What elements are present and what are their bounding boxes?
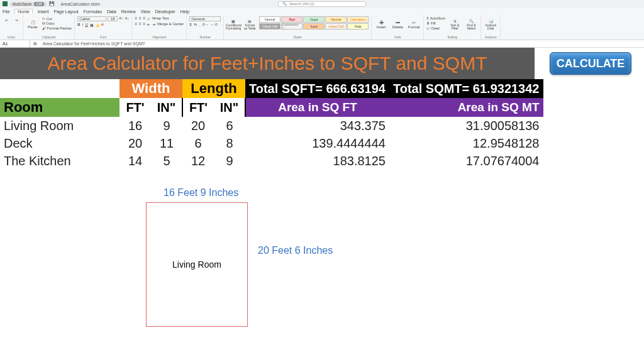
italic-button[interactable]: I	[82, 23, 84, 27]
decrease-decimal-icon[interactable]: ←.0	[211, 23, 218, 26]
fx-icon[interactable]: fx	[30, 41, 40, 46]
length-in-cell[interactable]: 9	[214, 152, 245, 170]
area-sqmt-cell[interactable]: 12.9548128	[389, 134, 543, 152]
style-linked-cell[interactable]: Linked Cell	[325, 23, 347, 30]
room-header[interactable]: Room	[0, 98, 119, 117]
width-ft-cell[interactable]: 16	[119, 117, 151, 134]
align-right-icon[interactable]: ≡	[143, 22, 145, 26]
percent-icon[interactable]: %	[194, 23, 197, 26]
align-top-icon[interactable]: ≡	[135, 16, 137, 21]
style-input[interactable]: Input	[303, 23, 325, 30]
length-in-cell[interactable]: 6	[214, 117, 245, 134]
length-ft-cell[interactable]: 6	[182, 134, 214, 152]
total-sqmt-header[interactable]: Total SQMT= 61.9321342	[389, 79, 543, 98]
tab-formulas[interactable]: Formulas	[84, 9, 102, 14]
conditional-formatting-button[interactable]: ▦ Conditional Formatting	[226, 16, 240, 33]
width-in-cell[interactable]: 5	[151, 152, 182, 170]
area-sqft-cell[interactable]: 183.8125	[245, 152, 389, 170]
wrap-text-button[interactable]: Wrap Text	[152, 16, 169, 21]
redo-icon[interactable]: ↷	[13, 16, 20, 24]
align-bottom-icon[interactable]: ≡	[143, 16, 145, 21]
area-sqft-header[interactable]: Area in SQ FT	[245, 98, 389, 117]
paste-button[interactable]: 📋 Paste	[26, 16, 40, 33]
diagram-box[interactable]: Living Room	[146, 202, 248, 327]
room-cell[interactable]: Deck	[0, 134, 119, 152]
find-select-button[interactable]: 🔍Find & Select	[464, 16, 478, 33]
tab-developer[interactable]: Developer	[155, 9, 175, 14]
length-ft-header[interactable]: FT'	[182, 98, 214, 117]
total-sqft-header[interactable]: Total SQFT= 666.63194	[245, 79, 389, 98]
clear-button[interactable]: ◇ Clear	[426, 26, 445, 30]
room-cell[interactable]: The Kitchen	[0, 152, 119, 170]
tab-help[interactable]: Help	[180, 9, 189, 14]
font-color-icon[interactable]: A	[101, 23, 104, 27]
copy-button[interactable]: ⧉ Copy	[42, 21, 72, 26]
delete-cells-button[interactable]: ➖Delete	[391, 16, 404, 33]
sort-filter-button[interactable]: ⇅Sort & Filter	[448, 16, 462, 33]
decrease-indent-icon[interactable]: ⇤	[147, 22, 150, 26]
room-cell[interactable]: Living Room	[0, 117, 119, 134]
bold-button[interactable]: B	[77, 23, 80, 27]
style-calculation[interactable]: Calculation	[347, 16, 369, 23]
name-box[interactable]: A1	[0, 40, 30, 47]
tab-home[interactable]: Home	[14, 9, 33, 14]
tab-page-layout[interactable]: Page Layout	[53, 9, 78, 14]
length-ft-cell[interactable]: 12	[182, 152, 214, 170]
area-sqft-cell[interactable]: 343.375	[245, 117, 389, 134]
font-size-select[interactable]: 18	[108, 16, 118, 21]
formula-text[interactable]: Area Calculator for Feet+Inches to SQFT …	[40, 41, 145, 46]
style-explanatory[interactable]: Explanatory T…	[281, 23, 303, 30]
currency-icon[interactable]: $	[189, 23, 191, 26]
width-header[interactable]: Width	[119, 79, 182, 98]
undo-icon[interactable]: ↶	[3, 16, 10, 24]
length-header[interactable]: Length	[182, 79, 245, 98]
area-sqft-cell[interactable]: 139.4444444	[245, 134, 389, 152]
merge-center-button[interactable]: Merge & Center	[157, 22, 184, 26]
style-good[interactable]: Good	[303, 16, 325, 23]
style-bad[interactable]: Bad	[281, 16, 303, 23]
tab-view[interactable]: View	[141, 9, 150, 14]
insert-cells-button[interactable]: ➕Insert	[374, 16, 388, 33]
increase-font-icon[interactable]: A↑	[119, 16, 123, 21]
area-sqmt-cell[interactable]: 17.07674004	[389, 152, 543, 170]
width-in-cell[interactable]: 9	[151, 117, 182, 134]
style-note[interactable]: Note	[347, 23, 369, 30]
decrease-font-icon[interactable]: A↓	[125, 16, 129, 21]
save-icon[interactable]: 💾	[49, 1, 55, 6]
fill-button[interactable]: ⬇ Fill	[426, 21, 445, 25]
format-cells-button[interactable]: ▭Format	[407, 16, 421, 33]
border-icon[interactable]: ▦	[90, 23, 94, 27]
underline-button[interactable]: U	[85, 23, 87, 27]
analyze-data-button[interactable]: 📊Analyze Data	[484, 16, 497, 33]
comma-icon[interactable]: ,	[199, 23, 200, 26]
area-sqmt-cell[interactable]: 31.90058136	[389, 117, 543, 134]
tab-review[interactable]: Review	[121, 9, 136, 14]
format-as-table-button[interactable]: ▤ Format as Table	[243, 16, 257, 33]
cut-button[interactable]: ✂ Cut	[42, 16, 72, 21]
width-ft-header[interactable]: FT'	[119, 98, 151, 117]
length-in-header[interactable]: IN"	[214, 98, 245, 117]
width-in-header[interactable]: IN"	[151, 98, 182, 117]
width-ft-cell[interactable]: 20	[119, 134, 151, 152]
fill-color-icon[interactable]: ◪	[96, 23, 99, 27]
length-ft-cell[interactable]: 20	[182, 117, 214, 134]
increase-indent-icon[interactable]: ⇥	[152, 22, 155, 26]
align-left-icon[interactable]: ≡	[135, 22, 137, 26]
style-normal[interactable]: Normal	[259, 16, 280, 23]
length-in-cell[interactable]: 8	[214, 134, 245, 152]
search-box[interactable]: 🔍 Search (Alt+Q)	[278, 1, 366, 7]
autosum-button[interactable]: Σ AutoSum	[426, 16, 445, 20]
tab-file[interactable]: File	[3, 9, 9, 14]
orientation-icon[interactable]: ⤢	[147, 16, 150, 21]
area-sqmt-header[interactable]: Area in SQ MT	[389, 98, 543, 117]
width-ft-cell[interactable]: 14	[119, 152, 151, 170]
align-middle-icon[interactable]: ≡	[139, 16, 142, 21]
increase-decimal-icon[interactable]: .0→	[202, 23, 209, 26]
align-center-icon[interactable]: ≡	[139, 22, 142, 26]
empty-cell[interactable]	[0, 79, 119, 98]
tab-insert[interactable]: Insert	[38, 9, 49, 14]
tab-data[interactable]: Data	[107, 9, 116, 14]
title-banner[interactable]: Area Calculator for Feet+Inches to SQFT …	[0, 48, 535, 79]
style-check-cell[interactable]: Check Cell	[259, 23, 280, 30]
format-painter-button[interactable]: 🖌 Format Painter	[42, 26, 72, 30]
